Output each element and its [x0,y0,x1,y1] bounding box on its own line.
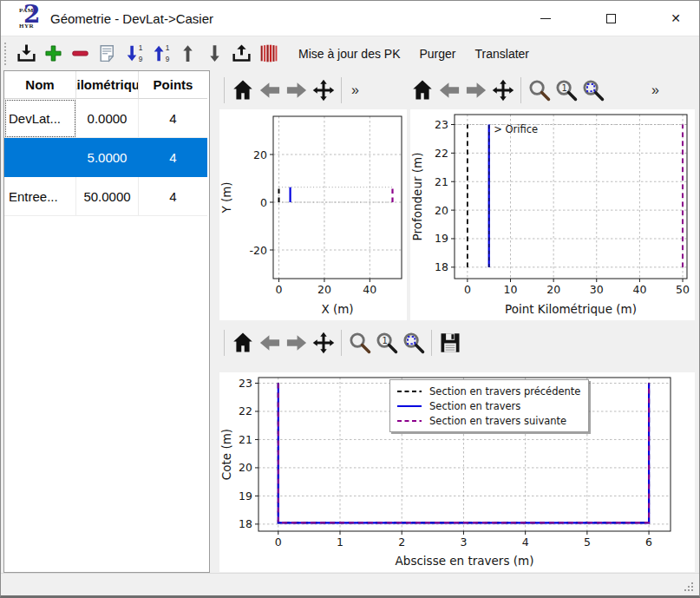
header-label: Points [154,77,193,92]
main-toolbar: 1 9 1 9 [1,36,699,70]
back-button[interactable] [256,328,283,358]
import-icon [16,43,37,64]
svg-text:19: 19 [435,232,448,245]
close-button[interactable]: ✕ [656,1,696,36]
resize-grip[interactable] [683,581,695,593]
move-down-button[interactable] [201,39,227,69]
legend-label: Section en travers [429,400,520,412]
column-header-points[interactable]: Points [139,71,207,99]
svg-text:20: 20 [253,148,267,161]
svg-text:20: 20 [317,283,331,296]
remove-button[interactable] [67,39,93,69]
sort-ascending-icon: 1 9 [150,43,172,64]
cell-points[interactable]: 4 [139,138,207,177]
svg-text:1: 1 [138,43,142,52]
zoom-fit-button[interactable] [400,328,427,358]
forward-button[interactable] [283,76,310,105]
cell-nom[interactable]: Entree... [4,177,76,216]
pan-button[interactable] [310,76,337,105]
svg-text:-20: -20 [250,244,267,257]
forward-icon [285,331,309,355]
svg-text:23: 23 [239,377,252,390]
table-row-selected[interactable]: 5.0000 4 [4,138,209,177]
toolbar-separator [520,77,521,103]
update-pk-button[interactable]: Mise à jour des PK [289,41,410,67]
table-row[interactable]: DevLat... 0.0000 4 [4,99,209,138]
home-button[interactable] [229,76,256,105]
toolbar-overflow-button[interactable]: » [646,82,664,98]
forward-icon [464,78,488,102]
toolbar-separator [431,330,432,356]
sort-descending-button[interactable]: 1 9 [121,39,147,69]
edit-icon [96,43,118,64]
svg-text:40: 40 [632,283,646,296]
cell-kilometrique[interactable]: 50.0000 [76,177,139,216]
cell-kilometrique[interactable]: 0.0000 [76,99,139,138]
toolbar-separator [341,77,342,103]
forward-button[interactable] [283,328,310,358]
pan-icon [311,331,336,355]
pk-marks-icon [258,43,279,64]
legend-label: Section en travers précédente [429,385,580,398]
status-bar [1,573,699,596]
zoom-one-button[interactable]: 1 [373,328,400,358]
cell-points[interactable]: 4 [139,99,207,138]
move-up-button[interactable] [174,39,200,69]
legend-swatch [396,418,422,424]
svg-text:4: 4 [522,536,529,549]
maximize-button[interactable] [591,1,631,36]
edit-button[interactable] [94,39,120,69]
cell-nom[interactable] [4,138,76,177]
save-button[interactable] [436,328,463,358]
toolbar-overflow-button[interactable]: » [346,82,364,98]
zoom-fit-button[interactable] [579,76,606,105]
zoom-button[interactable] [526,76,553,105]
back-button[interactable] [435,76,462,105]
logo-text-bottom: HYR [19,23,34,30]
cell-nom[interactable]: DevLat... [4,99,76,138]
zoom-one-icon: 1 [554,78,579,102]
column-header-kilometrique[interactable]: Kilométrique [76,71,139,99]
svg-text:0: 0 [275,536,282,549]
cell-kilometrique[interactable]: 5.0000 [76,138,139,177]
pan-button[interactable] [489,76,516,105]
table-row[interactable]: Entree... 50.0000 4 [4,177,209,216]
forward-button[interactable] [462,76,489,105]
import-button[interactable] [13,39,39,69]
profile-view-plot[interactable]: 01020304050181920212223Point Kilométriqu… [410,109,695,320]
svg-text:Abscisse en travers (m): Abscisse en travers (m) [396,554,534,568]
svg-text:20: 20 [546,283,560,296]
toolbar-drag-handle[interactable] [4,43,8,65]
svg-text:50: 50 [676,283,690,296]
maximize-icon [606,14,616,23]
legend-entry: Section en travers [396,398,580,413]
pan-button[interactable] [310,328,337,358]
export-button[interactable] [228,39,254,69]
back-icon [258,331,282,355]
forward-icon [285,78,309,102]
svg-text:40: 40 [363,283,376,296]
svg-text:1: 1 [561,83,566,93]
svg-text:Cote (m): Cote (m) [219,429,233,480]
column-header-nom[interactable]: Nom [4,71,76,99]
plan-view-plot[interactable]: 02040-20020X (m)Y (m) [219,109,407,320]
minimize-button[interactable] [526,1,566,36]
purger-button[interactable]: Purger [410,41,466,67]
add-button[interactable] [40,39,66,69]
zoom-one-button[interactable]: 1 [553,76,579,105]
back-button[interactable] [256,76,283,105]
svg-text:21: 21 [239,433,252,446]
svg-text:1: 1 [382,336,387,345]
sort-ascending-button[interactable]: 1 9 [147,39,173,69]
home-button[interactable] [229,328,256,358]
translater-button[interactable]: Translater [466,41,540,67]
window-title: Géometrie - DevLat->Casier [50,11,213,26]
cell-points[interactable]: 4 [139,177,207,216]
home-button[interactable] [409,76,435,105]
svg-text:5: 5 [584,536,591,549]
home-icon [231,331,255,355]
update-pk-marks-button[interactable] [255,39,281,69]
zoom-icon [527,78,552,102]
pan-icon [491,78,515,102]
zoom-button[interactable] [346,328,373,358]
